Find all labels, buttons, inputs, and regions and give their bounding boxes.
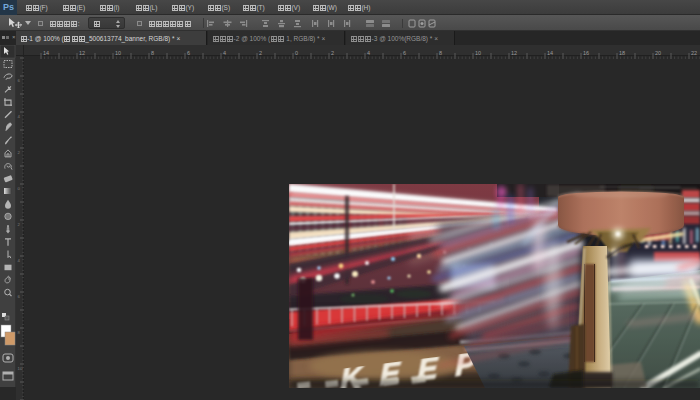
svg-text:20: 20 bbox=[655, 50, 661, 56]
svg-text:2: 2 bbox=[18, 222, 21, 227]
svg-text:4: 4 bbox=[18, 114, 21, 119]
svg-text:10: 10 bbox=[18, 366, 23, 371]
svg-text:12: 12 bbox=[511, 50, 517, 56]
svg-text:12: 12 bbox=[79, 50, 85, 56]
svg-text:10: 10 bbox=[475, 50, 481, 56]
svg-text:8: 8 bbox=[18, 330, 21, 335]
svg-text:6: 6 bbox=[18, 294, 21, 299]
svg-text:6: 6 bbox=[18, 78, 21, 83]
svg-text:10: 10 bbox=[115, 50, 121, 56]
svg-text:8: 8 bbox=[439, 50, 442, 56]
svg-text:2: 2 bbox=[18, 150, 21, 155]
svg-text:4: 4 bbox=[223, 50, 226, 56]
svg-text:4: 4 bbox=[18, 258, 21, 263]
svg-text:4: 4 bbox=[367, 50, 370, 56]
svg-text:6: 6 bbox=[403, 50, 406, 56]
svg-text:0: 0 bbox=[295, 50, 298, 56]
svg-text:8: 8 bbox=[151, 50, 154, 56]
svg-text:14: 14 bbox=[547, 50, 553, 56]
svg-text:22: 22 bbox=[691, 50, 697, 56]
svg-text:2: 2 bbox=[331, 50, 334, 56]
svg-text:14: 14 bbox=[43, 50, 49, 56]
svg-text:16: 16 bbox=[583, 50, 589, 56]
svg-text:6: 6 bbox=[187, 50, 190, 56]
svg-text:0: 0 bbox=[18, 186, 21, 191]
svg-text:2: 2 bbox=[259, 50, 262, 56]
svg-text:18: 18 bbox=[619, 50, 625, 56]
